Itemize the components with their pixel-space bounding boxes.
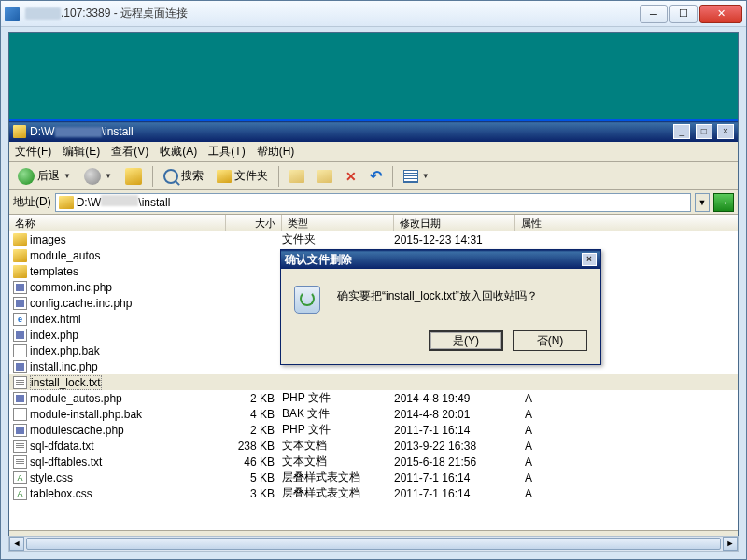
dialog-close-button[interactable]: × <box>582 253 597 266</box>
scroll-left-button[interactable]: ◄ <box>9 537 24 551</box>
explorer-minimize-button[interactable]: _ <box>673 124 690 139</box>
file-row[interactable]: install_lock.txt <box>9 374 738 390</box>
file-row[interactable]: sql-dfdata.txt238 KB文本文档2013-9-22 16:38A <box>9 438 738 454</box>
no-button[interactable]: 否(N) <box>513 330 587 351</box>
file-date: 2014-4-8 20:01 <box>394 408 515 421</box>
horizontal-scrollbar[interactable]: ◄ ► <box>8 536 739 552</box>
file-attr: A <box>515 408 571 421</box>
file-size: 2 KB <box>226 424 282 437</box>
separator <box>278 166 279 187</box>
explorer-maximize-button[interactable]: □ <box>696 124 712 139</box>
addressbar: 地址(D) D:\W\install ▼ →转 <box>9 190 738 215</box>
go-button[interactable]: →转 <box>713 193 734 212</box>
close-button[interactable]: ✕ <box>699 5 742 23</box>
file-row[interactable]: module_autos.php2 KBPHP 文件2014-4-8 19:49… <box>9 390 738 406</box>
menu-file[interactable]: 文件(F) <box>15 144 51 160</box>
file-attr: A <box>515 392 571 405</box>
scroll-thumb[interactable] <box>26 538 721 550</box>
rdp-titlebar[interactable]: .107:3389 - 远程桌面连接 ─ ☐ ✕ <box>1 1 746 27</box>
file-name: images <box>30 233 66 246</box>
file-row[interactable]: sql-dftables.txt46 KB文本文档2015-6-18 21:56… <box>9 454 738 469</box>
bak-icon <box>13 344 27 357</box>
file-type: 文件夹 <box>282 231 394 247</box>
search-icon <box>163 169 178 184</box>
folder-icon <box>13 125 26 138</box>
dialog-message: 确实要把“install_lock.txt”放入回收站吗？ <box>337 286 538 315</box>
maximize-button[interactable]: ☐ <box>669 5 698 23</box>
file-row[interactable]: module-install.php.bak4 KBBAK 文件2014-4-8… <box>9 406 738 422</box>
separator <box>152 166 153 187</box>
address-dropdown[interactable]: ▼ <box>695 193 710 212</box>
file-size: 4 KB <box>226 408 282 421</box>
column-type[interactable]: 类型 <box>282 215 394 231</box>
file-type: BAK 文件 <box>282 406 394 422</box>
search-button[interactable]: 搜索 <box>159 165 208 188</box>
explorer-close-button[interactable]: × <box>717 124 734 139</box>
php-icon <box>13 329 27 342</box>
folder-icon <box>13 249 27 262</box>
listview-header: 名称 大小 类型 修改日期 属性 <box>9 215 738 231</box>
menu-edit[interactable]: 编辑(E) <box>63 144 100 160</box>
file-size: 2 KB <box>226 392 282 405</box>
file-name: index.php.bak <box>30 344 100 357</box>
folders-icon <box>217 170 232 183</box>
explorer-title: D:\W\install <box>30 125 671 138</box>
folder-icon <box>13 233 27 246</box>
address-path: D:\W\install <box>77 195 171 209</box>
forward-icon <box>84 168 101 185</box>
forward-button[interactable]: ▼ <box>79 165 117 188</box>
yes-button[interactable]: 是(Y) <box>429 330 503 351</box>
back-button[interactable]: 后退▼ <box>13 165 76 188</box>
explorer-titlebar[interactable]: D:\W\install _ □ × <box>9 121 738 142</box>
menu-tools[interactable]: 工具(T) <box>208 144 245 160</box>
file-name: config.cache.inc.php <box>30 297 132 310</box>
views-button[interactable]: ▼ <box>399 165 434 188</box>
php-icon <box>13 360 27 373</box>
dialog-titlebar[interactable]: 确认文件删除 × <box>281 250 600 269</box>
undo-button[interactable]: ↶ <box>365 165 387 188</box>
file-date: 2011-7-1 16:14 <box>394 487 515 500</box>
file-size: 3 KB <box>226 487 282 500</box>
menu-help[interactable]: 帮助(H) <box>257 144 295 160</box>
column-date[interactable]: 修改日期 <box>394 215 515 231</box>
file-date: 2014-4-8 19:49 <box>394 392 515 405</box>
file-name: index.html <box>30 313 81 326</box>
copy-to-button[interactable] <box>313 165 337 188</box>
file-date: 2011-7-1 16:14 <box>394 424 515 437</box>
column-name[interactable]: 名称 <box>9 215 226 231</box>
file-date: 2011-7-1 16:14 <box>394 471 515 484</box>
file-attr: A <box>515 471 571 484</box>
column-size[interactable]: 大小 <box>226 215 282 231</box>
file-date: 2013-9-22 16:38 <box>394 440 515 453</box>
menubar: 文件(F) 编辑(E) 查看(V) 收藏(A) 工具(T) 帮助(H) <box>9 142 738 162</box>
file-type: 文本文档 <box>282 438 394 454</box>
menu-favorites[interactable]: 收藏(A) <box>160 144 197 160</box>
bak-icon <box>13 408 27 421</box>
toolbar: 后退▼ ▼ 搜索 文件夹 ✕ ↶ ▼ <box>9 162 738 190</box>
move-to-button[interactable] <box>285 165 309 188</box>
file-type: PHP 文件 <box>282 422 394 438</box>
address-input[interactable]: D:\W\install <box>55 193 691 212</box>
file-attr: A <box>515 487 571 500</box>
scroll-right-button[interactable]: ► <box>723 537 738 551</box>
folders-button[interactable]: 文件夹 <box>212 165 273 188</box>
php-icon <box>13 392 27 405</box>
dialog-title: 确认文件删除 <box>285 252 582 268</box>
file-name: common.inc.php <box>30 281 112 294</box>
up-button[interactable] <box>120 165 147 188</box>
menu-view[interactable]: 查看(V) <box>111 144 148 160</box>
column-attr[interactable]: 属性 <box>515 215 571 231</box>
file-row[interactable]: modulescache.php2 KBPHP 文件2011-7-1 16:14… <box>9 422 738 438</box>
file-row[interactable]: images文件夹2015-12-23 14:31 <box>9 231 738 247</box>
file-name: sql-dftables.txt <box>30 455 102 469</box>
txt-icon <box>13 455 27 469</box>
delete-button[interactable]: ✕ <box>341 165 361 188</box>
copy-icon <box>317 170 332 183</box>
css-icon <box>13 487 27 500</box>
minimize-button[interactable]: ─ <box>640 5 668 23</box>
file-row[interactable]: style.css5 KB层叠样式表文档2011-7-1 16:14A <box>9 469 738 485</box>
delete-icon: ✕ <box>345 169 357 184</box>
file-row[interactable]: tablebox.css3 KB层叠样式表文档2011-7-1 16:14A <box>9 485 738 501</box>
file-name: templates <box>30 265 78 278</box>
txt-icon <box>13 376 27 389</box>
